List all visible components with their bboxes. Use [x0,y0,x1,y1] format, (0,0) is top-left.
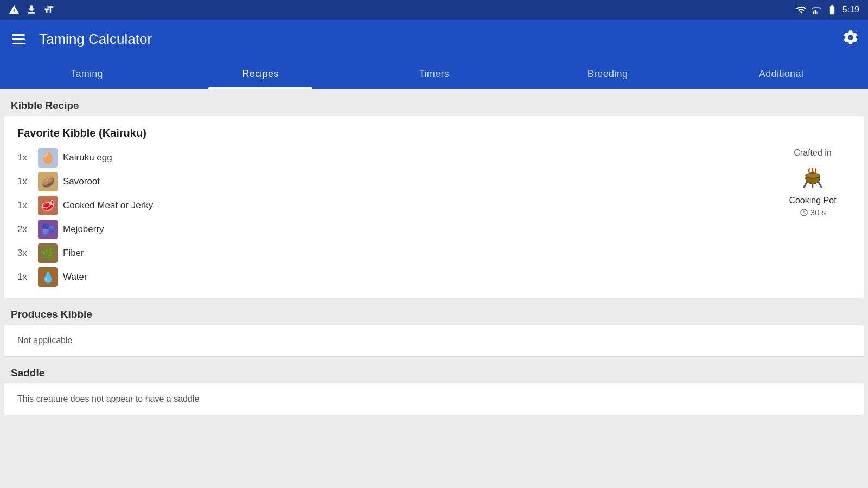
tab-additional[interactable]: Additional [694,59,868,87]
signal-icon [811,4,822,15]
status-bar-right: 5:19 [796,4,859,15]
app-title: Taming Calculator [39,31,152,48]
saddle-text: This creature does not appear to have a … [17,394,199,403]
tab-taming[interactable]: Taming [0,59,174,87]
content-area: Kibble Recipe Favorite Kibble (Kairuku) … [0,89,868,488]
clock-time: 5:19 [843,5,859,15]
kibble-recipe-title: Favorite Kibble (Kairuku) [17,127,851,139]
saddle-section-header: Saddle [0,361,868,383]
ingredient-name-2: Savoroot [63,176,100,187]
ingredient-name-1: Kairuku egg [63,152,112,163]
ingredient-row: 2x 🫐 Mejoberry [17,220,153,239]
crafted-in-station-name: Cooking Pot [789,196,836,206]
ingredient-qty-5: 3x [17,248,33,259]
ingredient-row: 1x 🥔 Savoroot [17,172,153,191]
produces-kibble-card: Not applicable [4,325,864,356]
tab-breeding[interactable]: Breeding [521,59,694,87]
cooking-pot-svg [797,162,828,192]
ingredient-row: 1x 🥚 Kairuku egg [17,148,153,168]
ingredient-row: 1x 💧 Water [17,267,153,287]
ingredient-icon-3: 🥩 [38,196,58,215]
crafted-in-panel: Crafted in [775,148,851,217]
ingredient-name-5: Fiber [63,248,84,259]
ingredient-name-3: Cooked Meat or Jerky [63,200,153,211]
ingredient-icon-1: 🥚 [38,148,58,168]
produces-kibble-text: Not applicable [17,336,72,345]
svg-rect-0 [813,11,814,14]
settings-button[interactable] [842,29,859,50]
ingredient-qty-6: 1x [17,272,33,282]
status-bar-left [9,4,54,15]
ingredient-icon-5: 🌿 [38,243,58,263]
svg-rect-1 [815,10,816,14]
app-bar: Taming Calculator [0,20,868,59]
ingredient-qty-1: 1x [17,152,33,163]
clock-icon [800,208,808,217]
ingredient-qty-4: 2x [17,224,33,235]
tab-timers[interactable]: Timers [347,59,521,87]
kibble-recipe-section-header: Kibble Recipe [0,93,868,116]
svg-point-7 [806,173,820,178]
saddle-card: This creature does not appear to have a … [4,383,864,415]
produces-kibble-section-header: Produces Kibble [0,302,868,325]
download-icon [26,4,37,15]
recipe-content: 1x 🥚 Kairuku egg 1x 🥔 Savoroot 1x 🥩 Cook… [17,148,851,287]
tab-recipes[interactable]: Recipes [174,59,347,87]
crafted-in-icon [796,161,829,194]
crafted-in-label: Crafted in [794,148,831,158]
wifi-icon [796,4,807,15]
warning-icon [9,4,20,15]
ingredient-qty-3: 1x [17,200,33,211]
svg-rect-2 [816,11,818,14]
font-icon [43,4,54,15]
ingredient-qty-2: 1x [17,176,33,187]
ingredient-row: 3x 🌿 Fiber [17,243,153,263]
battery-icon [826,4,838,15]
ingredient-name-6: Water [63,272,87,282]
ingredient-icon-4: 🫐 [38,220,58,239]
ingredient-icon-6: 💧 [38,267,58,287]
ingredient-name-4: Mejoberry [63,224,104,235]
app-bar-left: Taming Calculator [9,31,152,48]
status-bar: 5:19 [0,0,868,20]
ingredient-icon-2: 🥔 [38,172,58,191]
menu-button[interactable] [9,31,28,48]
tab-bar: Taming Recipes Timers Breeding Additiona… [0,59,868,89]
kibble-recipe-card: Favorite Kibble (Kairuku) 1x 🥚 Kairuku e… [4,116,864,298]
crafted-in-time-value: 30 s [810,208,826,217]
ingredients-list: 1x 🥚 Kairuku egg 1x 🥔 Savoroot 1x 🥩 Cook… [17,148,153,287]
ingredient-row: 1x 🥩 Cooked Meat or Jerky [17,196,153,215]
crafted-in-time: 30 s [800,208,826,217]
